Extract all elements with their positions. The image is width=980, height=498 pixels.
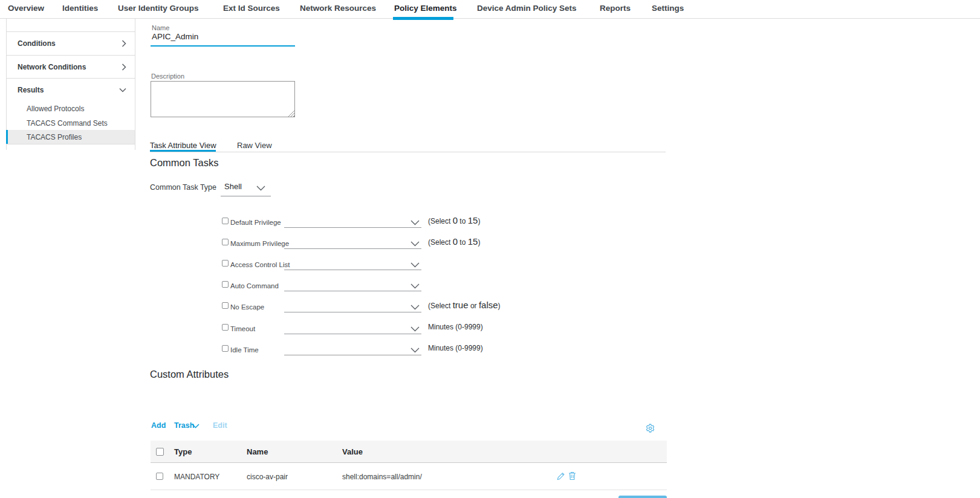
chevron-right-icon xyxy=(122,63,126,71)
top-nav: Overview Identities User Identity Groups… xyxy=(0,0,980,19)
nav-item-identities[interactable]: Identities xyxy=(62,4,98,13)
task-note: (Select true or false) xyxy=(428,299,501,312)
tab-divider xyxy=(150,152,666,152)
nav-item-network-resources[interactable]: Network Resources xyxy=(300,4,376,13)
sidebar-item-tacacs-profiles[interactable]: TACACS Profiles xyxy=(7,130,135,144)
task-row-timeout: Timeout Minutes (0-9999) xyxy=(0,320,665,334)
task-label: Access Control List xyxy=(230,261,290,268)
custom-attributes-table: Type Name Value MANDATORY cisco-av-pair … xyxy=(151,441,667,490)
task-label: No Escape xyxy=(230,303,264,311)
sidebar-item-label: Network Conditions xyxy=(18,63,86,71)
auto-command-checkbox[interactable] xyxy=(222,281,229,288)
attribute-name: cisco-av-pair xyxy=(247,473,288,481)
sidebar-item-network-conditions[interactable]: Network Conditions xyxy=(7,56,135,79)
chevron-down-icon[interactable] xyxy=(410,348,420,353)
sidebar-item-tacacs-command-sets[interactable]: TACACS Command Sets xyxy=(7,116,135,130)
edit-pencil-icon[interactable] xyxy=(556,471,565,481)
task-note: (Select 0 to 15) xyxy=(428,214,480,227)
idle-time-select[interactable] xyxy=(284,355,421,355)
auto-command-select[interactable] xyxy=(284,291,421,291)
task-label: Default Privilege xyxy=(230,219,281,226)
chevron-down-icon[interactable] xyxy=(256,186,265,191)
tacacs-profile-page: Overview Identities User Identity Groups… xyxy=(0,0,980,498)
task-row-auto-command: Auto Command xyxy=(0,277,665,291)
delete-trash-icon[interactable] xyxy=(568,471,576,480)
no-escape-checkbox[interactable] xyxy=(222,302,229,309)
no-escape-select[interactable] xyxy=(284,312,421,312)
chevron-down-icon[interactable] xyxy=(410,283,420,289)
idle-time-checkbox[interactable] xyxy=(222,345,229,352)
sidebar-item-label: TACACS Command Sets xyxy=(27,119,108,128)
task-row-idle-time: Idle Time Minutes (0-9999) xyxy=(0,341,665,355)
task-label: Timeout xyxy=(230,325,255,332)
table-row: MANDATORY cisco-av-pair shell:domains=al… xyxy=(151,463,667,490)
sidebar-item-label: Conditions xyxy=(18,39,56,48)
task-row-no-escape: No Escape (Select true or false) xyxy=(0,299,665,312)
task-label: Auto Command xyxy=(230,282,279,289)
sidebar-item-label: TACACS Profiles xyxy=(27,133,82,141)
column-header-type: Type xyxy=(174,447,192,456)
timeout-select[interactable] xyxy=(284,334,421,334)
sidebar-item-conditions[interactable]: Conditions xyxy=(7,32,135,56)
table-header-row: Type Name Value xyxy=(151,441,667,463)
common-task-type-underline xyxy=(221,196,271,196)
access-control-list-select[interactable] xyxy=(284,270,421,270)
default-privilege-select[interactable] xyxy=(284,227,421,228)
nav-item-ext-id-sources[interactable]: Ext Id Sources xyxy=(223,4,280,13)
chevron-down-icon xyxy=(119,88,126,92)
task-row-default-privilege: Default Privilege (Select 0 to 15) xyxy=(0,214,665,228)
add-button[interactable]: Add xyxy=(151,421,166,430)
default-privilege-checkbox[interactable] xyxy=(222,218,229,224)
sidebar-item-label: Allowed Protocols xyxy=(27,105,84,113)
task-note: Minutes (0-9999) xyxy=(428,341,483,355)
custom-attributes-title: Custom Attributes xyxy=(150,369,229,380)
common-task-type-select[interactable]: Shell xyxy=(224,182,242,191)
sidebar-spacer xyxy=(7,144,135,150)
name-input[interactable] xyxy=(151,30,295,47)
task-row-maximum-privilege: Maximum Privilege (Select 0 to 15) xyxy=(0,235,665,249)
task-label: Maximum Privilege xyxy=(230,240,289,247)
column-header-value: Value xyxy=(342,447,363,456)
edit-button[interactable]: Edit xyxy=(213,421,227,430)
task-label: Idle Time xyxy=(230,346,259,354)
sidebar-item-label: Results xyxy=(18,86,44,94)
access-control-list-checkbox[interactable] xyxy=(222,260,229,267)
sidebar-item-allowed-protocols[interactable]: Allowed Protocols xyxy=(7,101,135,116)
tab-task-attribute-view[interactable]: Task Attribute View xyxy=(150,141,216,150)
attribute-value: shell:domains=all/admin/ xyxy=(342,473,422,481)
chevron-down-icon[interactable] xyxy=(192,424,200,428)
maximum-privilege-select[interactable] xyxy=(284,248,421,249)
task-note: Minutes (0-9999) xyxy=(428,320,483,334)
task-row-access-control-list: Access Control List xyxy=(0,256,665,270)
gear-icon[interactable] xyxy=(646,424,655,433)
nav-item-overview[interactable]: Overview xyxy=(8,4,44,13)
save-button[interactable] xyxy=(618,496,667,498)
nav-item-device-admin-policy-sets[interactable]: Device Admin Policy Sets xyxy=(477,4,577,13)
chevron-right-icon xyxy=(122,40,126,47)
column-header-name: Name xyxy=(247,447,268,456)
sidebar-item-results[interactable]: Results xyxy=(7,79,135,101)
nav-item-policy-elements[interactable]: Policy Elements xyxy=(394,4,457,13)
chevron-down-icon[interactable] xyxy=(410,262,420,268)
common-task-type-label: Common Task Type xyxy=(150,183,216,192)
nav-item-user-identity-groups[interactable]: User Identity Groups xyxy=(118,4,199,13)
row-checkbox[interactable] xyxy=(156,473,163,480)
active-tab-underline xyxy=(393,17,453,20)
select-all-checkbox[interactable] xyxy=(156,448,164,456)
timeout-checkbox[interactable] xyxy=(222,324,229,331)
sidebar: Conditions Network Conditions Results Al… xyxy=(6,19,135,150)
task-note: (Select 0 to 15) xyxy=(428,235,480,248)
attribute-type: MANDATORY xyxy=(174,473,219,481)
nav-item-settings[interactable]: Settings xyxy=(652,4,684,13)
chevron-down-icon[interactable] xyxy=(410,241,420,247)
description-field-label: Description xyxy=(151,73,184,80)
sidebar-spacer xyxy=(7,19,135,32)
common-tasks-title: Common Tasks xyxy=(150,157,218,169)
nav-item-reports[interactable]: Reports xyxy=(600,4,631,13)
description-textarea[interactable] xyxy=(151,81,295,117)
chevron-down-icon[interactable] xyxy=(410,326,420,332)
chevron-down-icon[interactable] xyxy=(410,220,420,225)
tab-raw-view[interactable]: Raw View xyxy=(237,141,272,150)
maximum-privilege-checkbox[interactable] xyxy=(222,239,229,245)
chevron-down-icon[interactable] xyxy=(410,305,420,310)
